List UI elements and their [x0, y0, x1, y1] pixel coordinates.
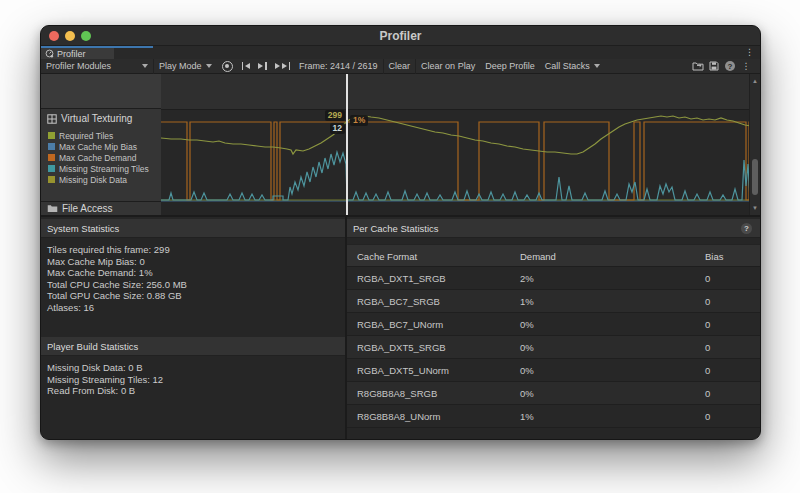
stat-line: Missing Streaming Tiles: 12: [47, 374, 345, 386]
legend-item[interactable]: Max Cache Demand: [48, 152, 149, 163]
system-statistics-title: System Statistics: [47, 223, 119, 234]
legend-label: Max Cache Mip Bias: [59, 142, 137, 152]
tab-profiler[interactable]: Profiler: [41, 48, 114, 59]
chart-vertical-scrollbar[interactable]: ▲ ▼: [749, 74, 760, 215]
table-cell: 2%: [520, 273, 534, 284]
player-build-statistics-title: Player Build Statistics: [47, 341, 138, 352]
table-row[interactable]: RGBA_DXT5_UNorm0%0: [347, 359, 760, 382]
table-cell: 0%: [520, 388, 534, 399]
deep-profile-toggle[interactable]: Deep Profile: [480, 59, 540, 74]
help-icon: ?: [725, 61, 735, 71]
per-cache-statistics-panel: Per Cache Statistics ? Cache Format Dema…: [347, 217, 760, 440]
playhead-max-cache-demand-value: 1%: [350, 115, 368, 126]
details-pane: System Statistics Tiles required this fr…: [41, 215, 760, 440]
frame-counter: Frame: 2414 / 2619: [294, 59, 383, 74]
table-row[interactable]: R8G8B8A8_SRGB0%0: [347, 382, 760, 405]
stat-line: Total CPU Cache Size: 256.0 MB: [47, 279, 345, 291]
per-cache-statistics-header: Per Cache Statistics ?: [347, 219, 760, 238]
toolbar-context-menu[interactable]: ⋮: [738, 59, 754, 74]
table-cell: 0: [705, 319, 710, 330]
clear-on-play-toggle[interactable]: Clear on Play: [416, 59, 480, 74]
table-cell: R8G8B8A8_UNorm: [357, 411, 440, 422]
table-row[interactable]: RGBA_DXT5_SRGB0%0: [347, 336, 760, 359]
virtual-texturing-icon: [47, 114, 57, 124]
play-mode-label: Play Mode: [159, 61, 202, 71]
frame-chart[interactable]: 299 12 1%: [161, 74, 751, 215]
profiler-charts-area: Virtual Texturing Required TilesMax Cach…: [41, 74, 760, 215]
file-access-title: File Access: [62, 203, 113, 214]
table-cell: 0: [705, 342, 710, 353]
next-frame-icon: [258, 63, 263, 69]
legend-swatch-icon: [48, 143, 55, 150]
file-access-module-header[interactable]: File Access: [41, 201, 161, 215]
scrollbar-thumb[interactable]: [752, 159, 758, 195]
table-cell: 0: [705, 365, 710, 376]
window-title: Profiler: [41, 29, 760, 43]
table-cell: RGBA_DXT5_SRGB: [357, 342, 446, 353]
playhead-line[interactable]: [346, 74, 348, 215]
next-frame-button[interactable]: [254, 59, 271, 74]
previous-module-label-area: [41, 74, 161, 109]
legend-swatch-icon: [48, 165, 55, 172]
table-cell: 0: [705, 296, 710, 307]
scroll-up-icon[interactable]: ▲: [750, 78, 760, 84]
table-row[interactable]: RGBA_DXT1_SRGB2%0: [347, 267, 760, 290]
table-cell: R8G8B8A8_SRGB: [357, 388, 437, 399]
stat-line: Tiles required this frame: 299: [47, 244, 345, 256]
previous-frame-button[interactable]: [238, 59, 255, 74]
system-statistics-header: System Statistics: [41, 219, 345, 238]
tab-bar: Profiler ⋮: [41, 46, 760, 59]
legend-item[interactable]: Missing Disk Data: [48, 174, 149, 185]
profiler-modules-dropdown[interactable]: Profiler Modules: [41, 59, 154, 74]
record-button[interactable]: [217, 59, 238, 74]
help-icon[interactable]: ?: [741, 223, 752, 234]
record-icon: [222, 61, 233, 72]
virtual-texturing-module-header[interactable]: Virtual Texturing: [47, 113, 132, 124]
table-cell: 1%: [520, 296, 534, 307]
column-cache-format[interactable]: Cache Format: [357, 251, 417, 262]
titlebar[interactable]: Profiler: [41, 26, 760, 46]
chevron-down-icon: [142, 64, 148, 68]
legend-label: Missing Disk Data: [59, 175, 127, 185]
system-statistics-panel: System Statistics Tiles required this fr…: [41, 217, 345, 440]
stat-line: Atlases: 16: [47, 302, 345, 314]
table-cell: 0%: [520, 365, 534, 376]
previous-frame-icon: [245, 63, 250, 69]
clear-button[interactable]: Clear: [384, 59, 416, 74]
player-build-statistics-header: Player Build Statistics: [41, 337, 345, 356]
stat-line: Total GPU Cache Size: 0.88 GB: [47, 290, 345, 302]
chevron-down-icon: [206, 64, 212, 68]
system-statistics-body: Tiles required this frame: 299Max Cache …: [41, 238, 345, 313]
table-cell: 1%: [520, 411, 534, 422]
legend-item[interactable]: Missing Streaming Tiles: [48, 163, 149, 174]
column-demand[interactable]: Demand: [520, 251, 556, 262]
virtual-texturing-chart: [161, 74, 751, 215]
scroll-down-icon[interactable]: ▼: [750, 205, 760, 211]
help-button[interactable]: ?: [722, 59, 738, 74]
stat-line: Missing Disk Data: 0 B: [47, 362, 345, 374]
legend-swatch-icon: [48, 132, 55, 139]
legend-item[interactable]: Required Tiles: [48, 130, 149, 141]
stat-line: Max Cache Mip Bias: 0: [47, 256, 345, 268]
play-mode-dropdown[interactable]: Play Mode: [154, 59, 217, 74]
table-cell: RGBA_DXT1_SRGB: [357, 273, 446, 284]
column-bias[interactable]: Bias: [705, 251, 723, 262]
chevron-down-icon: [594, 64, 600, 68]
last-frame-icon: [282, 63, 287, 69]
load-profile-button[interactable]: [690, 59, 706, 74]
table-row[interactable]: RGBA_BC7_SRGB1%0: [347, 290, 760, 313]
open-folder-icon: [692, 61, 704, 71]
tab-context-menu-icon[interactable]: ⋮: [745, 48, 754, 57]
table-row[interactable]: RGBA_BC7_UNorm0%0: [347, 313, 760, 336]
table-cell: 0: [705, 411, 710, 422]
table-row[interactable]: R8G8B8A8_UNorm1%0: [347, 405, 760, 428]
toolbar: Profiler Modules Play Mode Frame: 2414 /…: [41, 59, 760, 74]
profiler-window: Profiler Profiler ⋮ Profiler Modules: [40, 25, 761, 440]
profiler-modules-label: Profiler Modules: [46, 61, 111, 71]
virtual-texturing-title: Virtual Texturing: [61, 113, 132, 124]
table-cell: RGBA_BC7_SRGB: [357, 296, 440, 307]
call-stacks-dropdown[interactable]: Call Stacks: [540, 59, 605, 74]
current-frame-button[interactable]: [271, 59, 295, 74]
legend-item[interactable]: Max Cache Mip Bias: [48, 141, 149, 152]
save-profile-button[interactable]: [706, 59, 722, 74]
